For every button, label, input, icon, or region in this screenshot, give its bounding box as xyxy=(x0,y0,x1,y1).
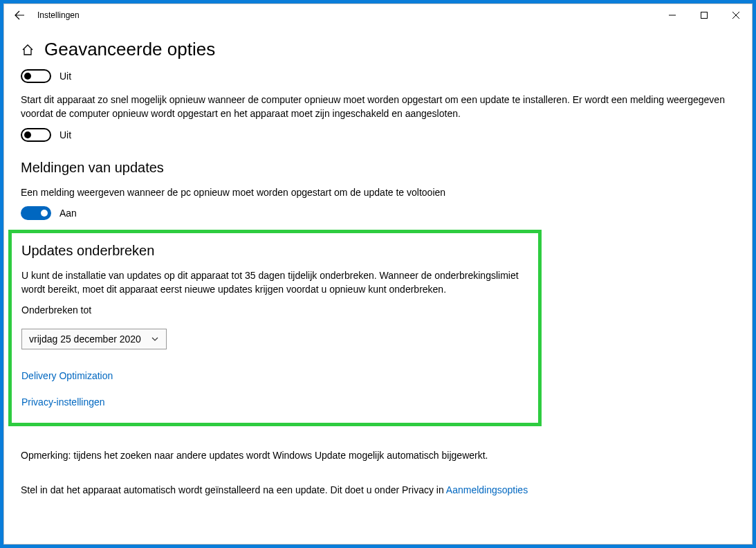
pause-dropdown-value: vrijdag 25 december 2020 xyxy=(29,334,141,345)
pause-updates-highlight: Updates onderbreken U kunt de installati… xyxy=(8,230,542,426)
restart-description: Start dit apparaat zo snel mogelijk opni… xyxy=(21,93,735,121)
notifications-description: Een melding weergeven wanneer de pc opni… xyxy=(21,185,735,199)
notifications-toggle-row: Aan xyxy=(21,206,735,220)
chevron-down-icon xyxy=(151,335,159,343)
notifications-toggle-label: Aan xyxy=(59,208,77,219)
footer-note-2: Stel in dat het apparaat automatisch wor… xyxy=(21,484,735,495)
metered-toggle[interactable] xyxy=(21,69,51,83)
footer-note-2-text: Stel in dat het apparaat automatisch wor… xyxy=(21,484,446,495)
metered-toggle-row: Uit xyxy=(21,69,735,83)
content-area: Uit Start dit apparaat zo snel mogelijk … xyxy=(4,69,752,512)
minimize-button[interactable] xyxy=(656,4,688,26)
page-header: Geavanceerde opties xyxy=(4,26,752,69)
close-icon xyxy=(732,12,739,19)
metered-toggle-label: Uit xyxy=(59,71,71,82)
restart-toggle-row: Uit xyxy=(21,128,735,142)
house-icon xyxy=(21,44,34,56)
back-button[interactable] xyxy=(10,6,29,25)
page-title: Geavanceerde opties xyxy=(44,39,215,60)
restart-toggle[interactable] xyxy=(21,128,51,142)
maximize-icon xyxy=(701,12,708,19)
close-button[interactable] xyxy=(720,4,752,26)
settings-window: Instellingen Geavanceerde opties Uit Sta… xyxy=(3,3,753,545)
pause-until-dropdown[interactable]: vrijdag 25 december 2020 xyxy=(21,329,167,349)
privacy-settings-link[interactable]: Privacy-instellingen xyxy=(21,396,528,408)
titlebar: Instellingen xyxy=(4,4,752,26)
notifications-toggle[interactable] xyxy=(21,206,51,220)
restart-toggle-label: Uit xyxy=(59,129,71,140)
home-icon[interactable] xyxy=(21,43,35,57)
arrow-left-icon xyxy=(14,10,25,21)
pause-heading: Updates onderbreken xyxy=(21,243,528,259)
signin-options-link[interactable]: Aanmeldingsopties xyxy=(446,484,528,495)
window-controls xyxy=(656,4,752,26)
notifications-heading: Meldingen van updates xyxy=(21,160,735,176)
minimize-icon xyxy=(669,12,676,19)
svg-rect-1 xyxy=(701,12,708,19)
maximize-button[interactable] xyxy=(688,4,720,26)
window-title: Instellingen xyxy=(37,10,80,20)
pause-label: Onderbreken tot xyxy=(21,303,528,317)
delivery-optimization-link[interactable]: Delivery Optimization xyxy=(21,370,528,381)
pause-description: U kunt de installatie van updates op dit… xyxy=(21,268,528,297)
footer-note-1: Opmerking: tijdens het zoeken naar ander… xyxy=(21,450,735,461)
